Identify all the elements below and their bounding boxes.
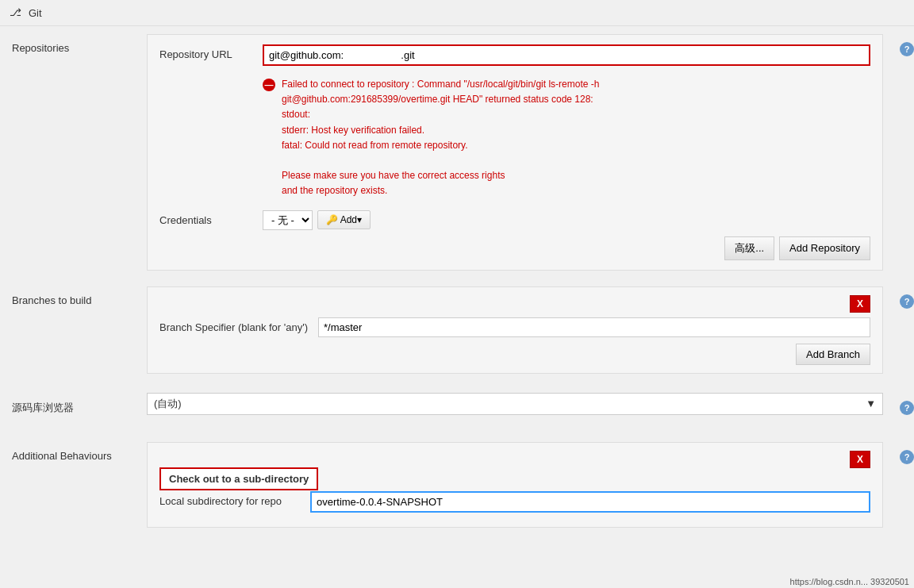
repo-url-row: Repository URL (159, 44, 870, 66)
branches-bottom-buttons: Add Branch (159, 344, 870, 365)
subdirectory-row: Local subdirectory for repo (159, 491, 870, 513)
source-browser-dropdown-icon[interactable]: ▼ (866, 398, 876, 409)
source-browser-section: 源码库浏览器 (自动) ▼ ? (0, 385, 914, 431)
repo-url-input[interactable] (263, 44, 870, 66)
credentials-content: - 无 - 🔑 Add▾ (263, 210, 870, 230)
checkout-subdirectory-box-wrapper: Check out to a sub-directory (159, 473, 870, 485)
source-browser-help-icon[interactable]: ? (900, 401, 914, 415)
advanced-button[interactable]: 高级... (724, 236, 774, 260)
repo-url-label: Repository URL (159, 44, 263, 60)
remove-branch-button[interactable]: X (850, 295, 870, 313)
error-icon: — (263, 79, 275, 91)
error-text: Failed to connect to repository : Comman… (282, 77, 599, 199)
branch-specifier-label: Branch Specifier (blank for 'any') (159, 317, 318, 333)
subdirectory-field-content (310, 491, 870, 513)
behaviours-label: Additional Behaviours (0, 442, 147, 470)
remove-behaviour-button[interactable]: X (850, 451, 870, 468)
behaviours-panel: X Check out to a sub-directory Local sub… (147, 442, 883, 528)
repositories-help-icon[interactable]: ? (900, 42, 914, 56)
source-browser-label: 源码库浏览器 (0, 393, 147, 423)
title-bar: ⎇ Git (0, 0, 914, 26)
page-container: ⎇ Git Repositories Repository URL — (0, 0, 914, 588)
repositories-help[interactable]: ? (895, 34, 914, 56)
subdirectory-input[interactable] (310, 491, 870, 513)
behaviours-section: Additional Behaviours X Check out to a s… (0, 434, 914, 536)
branches-panel: X Branch Specifier (blank for 'any') Add… (147, 286, 883, 374)
credentials-controls: - 无 - 🔑 Add▾ (263, 210, 870, 230)
branch-specifier-row: Branch Specifier (blank for 'any') (159, 317, 870, 337)
behaviours-help-icon[interactable]: ? (900, 450, 914, 464)
credentials-label: Credentials (159, 210, 263, 226)
source-browser-content: (自动) ▼ (147, 393, 883, 415)
behaviours-help[interactable]: ? (895, 442, 914, 464)
error-row: — Failed to connect to repository : Comm… (159, 72, 870, 204)
checkout-subdirectory-label: Check out to a sub-directory (159, 467, 318, 490)
git-icon: ⎇ (10, 6, 22, 19)
subdirectory-field-label: Local subdirectory for repo (159, 491, 310, 507)
source-browser-value: (自动) (154, 397, 866, 411)
behaviours-x-row: X (159, 451, 870, 468)
branches-help-icon[interactable]: ? (900, 294, 914, 309)
add-repository-button[interactable]: Add Repository (779, 236, 870, 260)
error-panel: — Failed to connect to repository : Comm… (263, 77, 870, 199)
repo-bottom-buttons: 高级... Add Repository (159, 236, 870, 260)
branch-specifier-content (318, 317, 870, 337)
error-content: — Failed to connect to repository : Comm… (263, 72, 870, 204)
repo-url-field-content (263, 44, 870, 66)
branch-specifier-input[interactable] (318, 317, 870, 337)
repositories-section: Repositories Repository URL — Failed to … (0, 26, 914, 279)
credentials-select[interactable]: - 无 - (263, 210, 313, 230)
credentials-row: Credentials - 无 - 🔑 Add▾ (159, 210, 870, 230)
x-btn-row: X (159, 295, 870, 313)
add-credentials-button[interactable]: 🔑 Add▾ (317, 210, 371, 229)
app-title: Git (29, 7, 42, 19)
branches-section: Branches to build X Branch Specifier (bl… (0, 279, 914, 382)
repositories-label: Repositories (0, 34, 147, 62)
add-branch-button[interactable]: Add Branch (796, 344, 870, 365)
source-browser-control: (自动) ▼ (147, 393, 883, 415)
branches-label: Branches to build (0, 286, 147, 314)
branches-help[interactable]: ? (895, 286, 914, 309)
status-bar: https://blog.csdn.n... 39320501 (785, 575, 914, 588)
repositories-panel: Repository URL — Failed to connect to re… (147, 34, 883, 271)
status-url: https://blog.csdn.n... 39320501 (790, 577, 909, 586)
source-browser-help[interactable]: ? (895, 393, 914, 415)
